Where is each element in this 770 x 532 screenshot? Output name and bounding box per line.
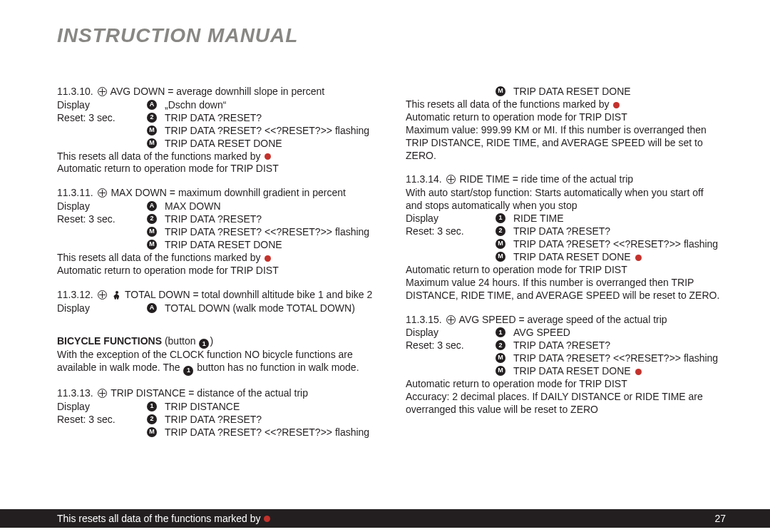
bf-line: With the exception of the CLOCK function… [57, 349, 377, 362]
table-row: Display A TOTAL DOWN (walk mode TOTAL DO… [57, 302, 377, 315]
button-1-icon: 1 [496, 213, 505, 223]
table-row: M TRIP DATA ?RESET? <<?RESET?>> flashing [406, 352, 726, 365]
button-m-icon: M [496, 252, 505, 262]
title-prefix: 11.3.10. [57, 86, 96, 97]
button-m-icon: M [147, 240, 157, 250]
row-value: TRIP DATA ?RESET? [513, 339, 726, 352]
row-value: TRIP DATA RESET DONE [513, 251, 726, 264]
note-line: Automatic return to operation mode for T… [406, 111, 726, 124]
table-row: M TRIP DATA RESET DONE [57, 239, 377, 252]
row-label: Reset: 3 sec. [57, 213, 146, 226]
section-title: 11.3.11. MAX DOWN = maximum downhill gra… [57, 187, 377, 200]
note-line: This resets all data of the functions ma… [57, 150, 377, 163]
row-value: TRIP DATA RESET DONE [513, 365, 726, 378]
note-line: Automatic return to operation mode for T… [57, 265, 377, 277]
note-line: and stops automatically when you stop [406, 200, 726, 213]
button-2-icon: 2 [147, 214, 157, 224]
button-m-icon: M [496, 239, 505, 249]
bf-heading-post: (button [165, 335, 198, 347]
table-row: M TRIP DATA ?RESET? <<?RESET?>> flashing [406, 238, 726, 251]
section-title: 11.3.13. TRIP DISTANCE = distance of the… [57, 387, 377, 400]
title-text: RIDE TIME = ride time of the actual trip [457, 173, 634, 185]
button-2-icon: 2 [496, 226, 505, 236]
button-a-icon: A [147, 100, 157, 110]
note-line: overranged this value will be reset to Z… [406, 404, 726, 416]
table-row: Reset: 3 sec. 2 TRIP DATA ?RESET? [57, 213, 377, 226]
button-2-icon: 2 [147, 414, 157, 424]
row-symbol: 2 [146, 112, 165, 123]
row-label: Display [406, 327, 495, 339]
row-label: Reset: 3 sec. [57, 414, 146, 426]
row-value: TRIP DATA ?RESET? <<?RESET?>> flashing [165, 226, 377, 239]
note-line: Accuracy: 2 decimal places. If DAILY DIS… [406, 391, 726, 404]
note-line: Maximum value: 999.99 KM or MI. If this … [406, 124, 726, 137]
note-line: Automatic return to operation mode for T… [406, 264, 726, 277]
section-title: 11.3.15. AVG SPEED = average speed of th… [406, 314, 726, 327]
note-line: TRIP DISTANCE, RIDE TIME, and AVERAGE SP… [406, 137, 726, 163]
hiker-icon [112, 291, 120, 300]
section-11-3-13: 11.3.13. TRIP DISTANCE = distance of the… [57, 387, 377, 439]
title-text: TRIP DISTANCE = distance of the actual t… [108, 387, 309, 399]
button-1-icon: 1 [199, 339, 209, 349]
note-line: With auto start/stop function: Starts au… [406, 187, 726, 200]
button-m-icon: M [147, 138, 157, 148]
page-number: 27 [714, 513, 726, 524]
table-row: Display A MAX DOWN [57, 200, 377, 213]
row-value: AVG SPEED [513, 327, 726, 339]
button-1-icon: 1 [147, 401, 157, 411]
button-m-icon: M [147, 126, 157, 135]
note-line: Automatic return to operation mode for T… [57, 163, 377, 175]
row-value: TOTAL DOWN (walk mode TOTAL DOWN) [165, 302, 377, 315]
right-column: M TRIP DATA RESET DONE This resets all d… [406, 86, 726, 451]
title-prefix: 11.3.15. [406, 314, 445, 325]
row-value: TRIP DATA ?RESET? <<?RESET?>> flashing [513, 352, 726, 365]
note-line: Maximum value 24 hours. If this number i… [406, 277, 726, 290]
row-label: Display [57, 401, 146, 414]
red-dot-icon [264, 516, 270, 522]
table-row: M TRIP DATA ?RESET? <<?RESET?>> flashing [57, 226, 377, 239]
table-row: Reset: 3 sec. 2 TRIP DATA ?RESET? [57, 112, 377, 125]
row-value: MAX DOWN [165, 200, 377, 213]
bf-line: available in walk mode. The 1 button has… [57, 362, 377, 376]
section-11-3-13-cont: M TRIP DATA RESET DONE This resets all d… [406, 86, 726, 162]
button-1-icon: 1 [183, 366, 193, 376]
page-header: INSTRUCTION MANUAL [0, 0, 770, 47]
note-line: This resets all data of the functions ma… [57, 252, 377, 265]
button-m-icon: M [147, 427, 157, 437]
bf-heading-end: ) [210, 335, 213, 347]
compass-icon [98, 389, 107, 398]
section-bicycle-functions: BICYCLE FUNCTIONS (button 1) With the ex… [57, 335, 377, 376]
section-11-3-10: 11.3.10. AVG DOWN = average downhill slo… [57, 86, 377, 175]
row-label: Reset: 3 sec. [406, 225, 495, 238]
table-row: M TRIP DATA RESET DONE [406, 251, 726, 264]
bf-heading-bold: BICYCLE FUNCTIONS [57, 335, 165, 347]
compass-icon [98, 188, 107, 198]
left-column: 11.3.10. AVG DOWN = average downhill slo… [57, 86, 377, 451]
row-value: TRIP DATA ?RESET? <<?RESET?>> flashing [165, 125, 377, 138]
bf-heading: BICYCLE FUNCTIONS (button 1) [57, 335, 377, 349]
row-label: Reset: 3 sec. [406, 339, 495, 352]
content-columns: 11.3.10. AVG DOWN = average downhill slo… [0, 47, 770, 451]
row-label: Display [406, 213, 495, 225]
table-row: Display 1 AVG SPEED [406, 327, 726, 339]
row-label: Display [57, 302, 146, 315]
compass-icon [98, 87, 107, 96]
row-value: TRIP DATA ?RESET? <<?RESET?>> flashing [165, 426, 377, 439]
compass-icon [98, 290, 107, 300]
section-11-3-12: 11.3.12. TOTAL DOWN = total downhill alt… [57, 289, 377, 315]
button-a-icon: A [147, 303, 157, 313]
row-value: RIDE TIME [513, 213, 726, 225]
button-m-icon: M [147, 227, 157, 237]
red-dot-icon [265, 153, 271, 160]
row-value: TRIP DATA ?RESET? <<?RESET?>> flashing [513, 238, 726, 251]
note-line: Automatic return to operation mode for T… [406, 378, 726, 391]
section-11-3-11: 11.3.11. MAX DOWN = maximum downhill gra… [57, 187, 377, 277]
title-prefix: 11.3.13. [57, 387, 96, 399]
row-label: Display [57, 99, 146, 112]
title-prefix: 11.3.12. [57, 289, 96, 300]
table-row: M TRIP DATA RESET DONE [406, 86, 726, 98]
title-text: AVG SPEED = average speed of the actual … [457, 314, 667, 325]
button-m-icon: M [496, 353, 505, 363]
manual-page: INSTRUCTION MANUAL 11.3.10. AVG DOWN = a… [0, 0, 770, 532]
title-prefix: 11.3.14. [406, 173, 445, 185]
